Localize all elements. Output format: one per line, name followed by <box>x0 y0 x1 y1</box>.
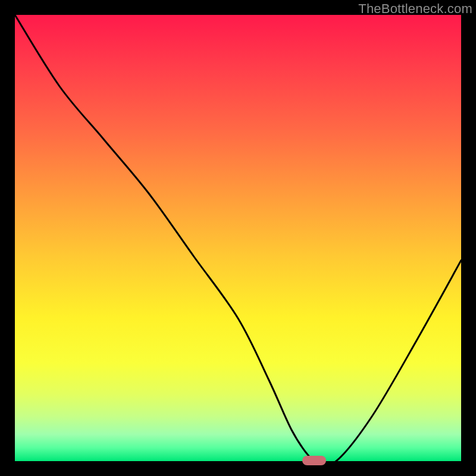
chart-frame: TheBottleneck.com <box>0 0 476 476</box>
plot-area <box>15 15 461 461</box>
watermark-text: TheBottleneck.com <box>358 1 472 17</box>
bottleneck-curve <box>15 15 461 461</box>
curve-svg <box>15 15 461 461</box>
optimal-marker <box>302 456 326 465</box>
